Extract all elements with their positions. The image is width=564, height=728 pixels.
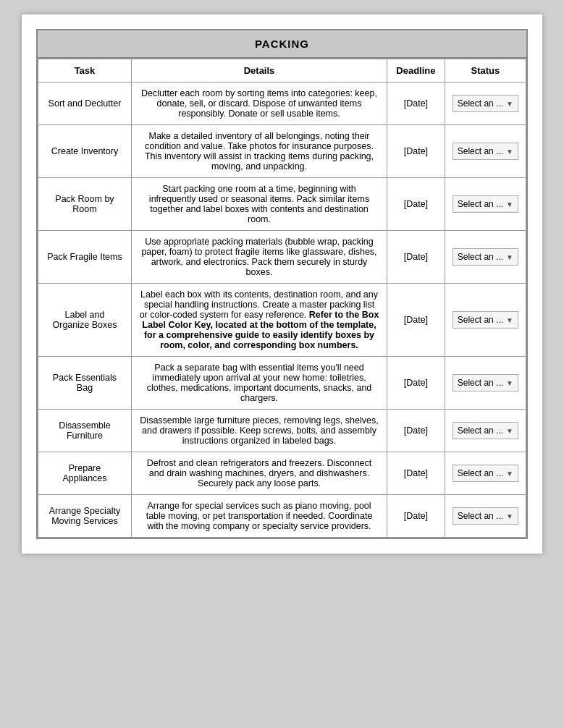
deadline-cell: [Date] <box>387 452 445 495</box>
status-select-label: Select an ... <box>458 252 503 262</box>
task-cell: Pack Essentials Bag <box>38 357 132 410</box>
status-select-button[interactable]: Select an ...▼ <box>453 465 518 482</box>
status-select-label: Select an ... <box>458 199 503 209</box>
page: PACKING Task Details Deadline Status Sor… <box>22 14 542 554</box>
status-select-button[interactable]: Select an ...▼ <box>453 374 518 391</box>
table-body: Sort and DeclutterDeclutter each room by… <box>38 82 526 538</box>
status-select-label: Select an ... <box>458 426 503 436</box>
table-row: Pack Essentials BagPack a separate bag w… <box>38 357 526 410</box>
status-select-label: Select an ... <box>458 378 503 388</box>
task-cell: Pack Room by Room <box>38 178 132 231</box>
table-row: Pack Fragile ItemsUse appropriate packin… <box>38 231 526 284</box>
table-row: Pack Room by RoomStart packing one room … <box>38 178 526 231</box>
header-deadline: Deadline <box>387 59 445 82</box>
table-row: Prepare AppliancesDefrost and clean refr… <box>38 452 526 495</box>
status-select-button[interactable]: Select an ...▼ <box>453 507 518 525</box>
table-row: Create InventoryMake a detailed inventor… <box>38 125 526 178</box>
chevron-down-icon: ▼ <box>506 512 513 520</box>
details-cell: Arrange for special services such as pia… <box>131 495 387 538</box>
details-cell: Use appropriate packing materials (bubbl… <box>131 231 387 284</box>
details-cell: Make a detailed inventory of all belongi… <box>131 125 387 178</box>
status-select-label: Select an ... <box>458 315 503 325</box>
chevron-down-icon: ▼ <box>506 148 513 156</box>
task-cell: Create Inventory <box>38 125 132 178</box>
deadline-cell: [Date] <box>387 495 445 538</box>
table-row: Label and Organize BoxesLabel each box w… <box>38 284 526 357</box>
deadline-cell: [Date] <box>387 82 445 125</box>
task-cell: Pack Fragile Items <box>38 231 132 284</box>
chevron-down-icon: ▼ <box>506 470 513 478</box>
status-cell: Select an ...▼ <box>445 410 526 452</box>
header-row: Task Details Deadline Status <box>38 59 526 82</box>
task-cell: Label and Organize Boxes <box>38 284 132 357</box>
details-cell: Pack a separate bag with essential items… <box>131 357 387 410</box>
status-cell: Select an ...▼ <box>445 357 526 410</box>
task-cell: Sort and Declutter <box>38 82 132 125</box>
status-select-label: Select an ... <box>458 98 503 109</box>
chevron-down-icon: ▼ <box>506 427 513 435</box>
status-cell: Select an ...▼ <box>445 495 526 538</box>
details-cell: Disassemble large furniture pieces, remo… <box>131 410 387 452</box>
details-cell: Start packing one room at a time, beginn… <box>131 178 387 231</box>
status-select-button[interactable]: Select an ...▼ <box>453 311 518 329</box>
status-select-button[interactable]: Select an ...▼ <box>453 422 518 439</box>
deadline-cell: [Date] <box>387 178 445 231</box>
packing-table: Task Details Deadline Status Sort and De… <box>38 59 526 538</box>
status-select-button[interactable]: Select an ...▼ <box>453 95 518 112</box>
status-cell: Select an ...▼ <box>445 452 526 495</box>
status-select-button[interactable]: Select an ...▼ <box>453 143 518 160</box>
task-cell: Prepare Appliances <box>38 452 132 495</box>
status-select-label: Select an ... <box>458 468 503 478</box>
status-cell: Select an ...▼ <box>445 125 526 178</box>
status-cell: Select an ...▼ <box>445 82 526 125</box>
status-cell: Select an ...▼ <box>445 284 526 357</box>
header-task: Task <box>38 59 132 82</box>
chevron-down-icon: ▼ <box>506 379 513 387</box>
details-cell: Declutter each room by sorting items int… <box>131 82 387 125</box>
packing-table-container: PACKING Task Details Deadline Status Sor… <box>36 29 528 539</box>
status-select-label: Select an ... <box>458 511 503 521</box>
deadline-cell: [Date] <box>387 410 445 452</box>
status-cell: Select an ...▼ <box>445 231 526 284</box>
deadline-cell: [Date] <box>387 284 445 357</box>
deadline-cell: [Date] <box>387 357 445 410</box>
status-select-label: Select an ... <box>458 146 503 156</box>
chevron-down-icon: ▼ <box>506 316 513 324</box>
header-details: Details <box>131 59 387 82</box>
task-cell: Disassemble Furniture <box>38 410 132 452</box>
status-cell: Select an ...▼ <box>445 178 526 231</box>
status-select-button[interactable]: Select an ...▼ <box>453 248 518 266</box>
details-cell: Label each box with its contents, destin… <box>131 284 387 357</box>
table-row: Arrange Specialty Moving ServicesArrange… <box>38 495 526 538</box>
table-row: Sort and DeclutterDeclutter each room by… <box>38 82 526 125</box>
task-cell: Arrange Specialty Moving Services <box>38 495 132 538</box>
table-title: PACKING <box>38 30 526 59</box>
table-row: Disassemble FurnitureDisassemble large f… <box>38 410 526 452</box>
deadline-cell: [Date] <box>387 231 445 284</box>
status-select-button[interactable]: Select an ...▼ <box>453 195 518 213</box>
header-status: Status <box>445 59 526 82</box>
deadline-cell: [Date] <box>387 125 445 178</box>
details-cell: Defrost and clean refrigerators and free… <box>131 452 387 495</box>
chevron-down-icon: ▼ <box>506 100 513 108</box>
chevron-down-icon: ▼ <box>506 200 513 208</box>
chevron-down-icon: ▼ <box>506 253 513 261</box>
